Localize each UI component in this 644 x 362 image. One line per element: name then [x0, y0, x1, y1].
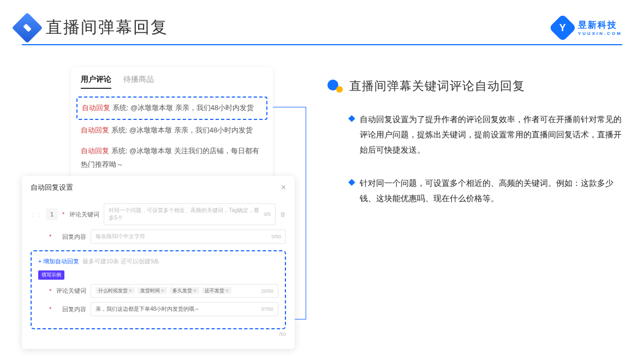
- content-label: 回复内容: [56, 233, 86, 241]
- chat-bubble-icon: [327, 80, 343, 93]
- keyword-tag: 还不发货×: [202, 287, 231, 294]
- comment-item: 自动回复 系统: @冰墩墩本墩 关注我们的店铺，每日都有热门推荐呦～: [81, 141, 263, 175]
- add-reply-link[interactable]: + 增加自动回复: [38, 258, 79, 266]
- auto-reply-settings-panel: 自动回复设置 × ⋮⋮ 1 * 评论关键词 对同一个问题，可设置多个相近、高频的…: [22, 176, 295, 349]
- required-icon: *: [62, 211, 64, 218]
- connector-line: [273, 107, 306, 107]
- brand-mark-icon: Y: [548, 14, 576, 41]
- example-keyword-input[interactable]: 什么时候发货× 发货时间× 多久发货× 还不发货× 20/50: [91, 284, 278, 298]
- screenshot-column: 用户评论 待播商品 自动回复 系统: @冰墩墩本墩 亲亲，我们48小时内发货 自…: [22, 67, 295, 225]
- comments-panel: 用户评论 待播商品 自动回复 系统: @冰墩墩本墩 亲亲，我们48小时内发货 自…: [71, 67, 273, 184]
- cube-icon: [12, 12, 43, 43]
- page-title: 直播间弹幕回复: [46, 16, 168, 39]
- page-header: 直播间弹幕回复 Y 昱新科技 YUUXIN.COM: [0, 0, 644, 44]
- bullet-item: 针对同一个问题，可设置多个相近的、高频的关键词。例如：这款多少钱、这块能优惠吗、…: [349, 176, 622, 206]
- keyword-label: 评论关键词: [69, 210, 99, 219]
- example-badge: 填写示例: [38, 270, 64, 280]
- close-icon[interactable]: ×: [281, 183, 286, 192]
- keyword-tag: 多久发货×: [170, 287, 199, 294]
- tab-pending-goods[interactable]: 待播商品: [123, 75, 154, 89]
- connector-line: [306, 107, 306, 319]
- header-left: 直播间弹幕回复: [16, 16, 168, 39]
- content-input[interactable]: 每条限50个中文字符 0/50: [91, 230, 286, 244]
- example-content-input[interactable]: 亲，我们这边都是下单48小时内发货的哦～ 37/50: [91, 302, 278, 316]
- add-hint: 最多可建10条 还可以创建9条: [82, 258, 159, 266]
- index-badge: 1: [46, 208, 58, 220]
- required-icon: *: [49, 233, 51, 240]
- brand-name-en: YUUXIN.COM: [578, 31, 622, 36]
- tab-user-comments[interactable]: 用户评论: [81, 75, 111, 89]
- delete-icon[interactable]: 🗑: [280, 211, 286, 218]
- drag-handle-icon[interactable]: ⋮⋮: [31, 212, 41, 218]
- panel-title: 自动回复设置: [31, 183, 73, 192]
- bottom-count: /50: [31, 331, 286, 337]
- brand-logo: Y 昱新科技 YUUXIN.COM: [553, 18, 622, 38]
- comment-item: 自动回复 系统: @冰墩墩本墩 亲亲，我们48小时内发货: [76, 96, 267, 120]
- example-block: + 增加自动回复 最多可建10条 还可以创建9条 填写示例 * 评论关键词 什么…: [31, 250, 286, 329]
- keyword-tag: 什么时候发货×: [96, 287, 134, 294]
- brand-name-cn: 昱新科技: [578, 20, 622, 31]
- diamond-icon: [348, 115, 355, 122]
- keyword-tag: 发货时间×: [138, 287, 166, 294]
- section-title: 直播间弹幕关键词评论自动回复: [349, 78, 525, 94]
- bullet-item: 自动回复设置为了提升作者的评论回复效率，作者可在开播前针对常见的评论用户问题，提…: [349, 112, 622, 157]
- example-keyword-label: 评论关键词: [56, 287, 86, 295]
- comment-item: 自动回复 系统: @冰墩墩本墩 亲亲，我们48小时内发货: [81, 120, 263, 141]
- diamond-icon: [348, 179, 355, 186]
- example-content-label: 回复内容: [56, 305, 86, 313]
- description-column: 直播间弹幕关键词评论自动回复 自动回复设置为了提升作者的评论回复效率，作者可在开…: [327, 67, 622, 225]
- keyword-input[interactable]: 对同一个问题，可设置多个相近、高频的关键词，Tag确定，最多5个 0/5: [104, 203, 276, 225]
